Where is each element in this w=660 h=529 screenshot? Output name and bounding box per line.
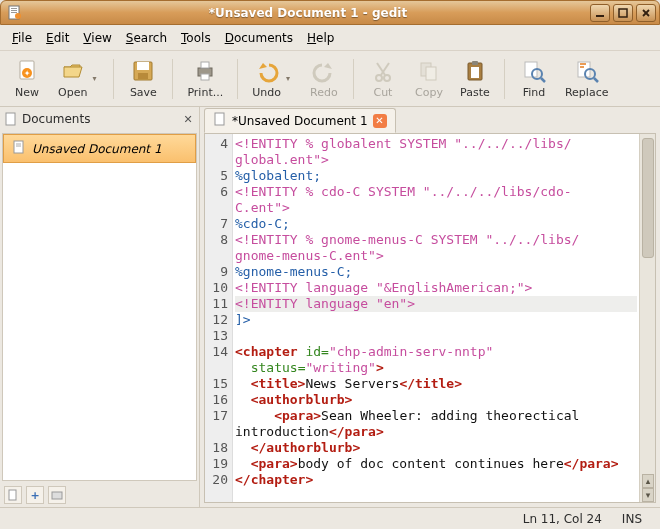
app-icon [7,5,23,21]
svg-line-29 [541,78,545,82]
minimize-button[interactable] [590,4,610,22]
tab-label: *Unsaved Document 1 [232,114,368,128]
cut-icon [370,58,396,84]
save-icon [130,58,156,84]
cut-button: Cut [362,56,404,101]
status-bar: Ln 11, Col 24 INS [0,507,660,529]
scroll-up-arrow-icon[interactable]: ▴ [642,474,654,488]
documents-icon [4,112,18,126]
paste-label: Paste [460,86,490,99]
cut-label: Cut [373,86,392,99]
svg-rect-1 [11,8,17,9]
menu-edit[interactable]: Edit [40,28,75,48]
redo-button: Redo [303,56,345,101]
menu-file[interactable]: File [6,28,38,48]
svg-rect-25 [472,61,478,65]
vertical-scrollbar[interactable]: ▴ ▾ [639,134,655,502]
sidebar-close-button[interactable]: ✕ [181,112,195,126]
print-button[interactable]: Print... [181,56,229,101]
documents-list: Unsaved Document 1 [2,133,197,481]
editor-tab[interactable]: *Unsaved Document 1 ✕ [204,108,396,133]
svg-rect-16 [201,62,209,68]
new-file-icon: ✦ [14,58,40,84]
open-label: Open [58,86,87,99]
svg-rect-38 [52,492,62,499]
document-item-label: Unsaved Document 1 [32,142,162,156]
save-label: Save [130,86,157,99]
replace-label: Replace [565,86,609,99]
save-button[interactable]: Save [122,56,164,101]
undo-dropdown-icon[interactable]: ▾ [283,74,293,83]
svg-rect-33 [6,113,15,125]
line-number-gutter: 4 56 78 91011121314 151617 181920 [205,134,233,502]
svg-rect-34 [14,141,23,153]
menubar: File Edit View Search Tools Documents He… [0,25,660,51]
svg-rect-39 [215,113,224,125]
paste-icon [462,58,488,84]
maximize-button[interactable] [613,4,633,22]
svg-rect-14 [138,73,148,79]
new-button[interactable]: ✦ New [6,56,48,101]
sidebar: Documents ✕ Unsaved Document 1 + [0,107,200,507]
open-dropdown-icon[interactable]: ▾ [89,74,99,83]
folder-open-icon [60,58,86,84]
svg-rect-17 [201,74,209,80]
tab-bar: *Unsaved Document 1 ✕ [200,107,660,133]
toolbar: ✦ New Open ▾ Save Print... Undo ▾ Redo C… [0,51,660,107]
sidebar-doc-button[interactable] [4,486,22,504]
copy-button: Copy [408,56,450,101]
svg-rect-26 [471,67,479,78]
svg-rect-37 [9,490,16,500]
insert-mode: INS [612,512,652,526]
paste-button[interactable]: Paste [454,56,496,101]
copy-icon [416,58,442,84]
sidebar-add-button[interactable]: + [26,486,44,504]
new-label: New [15,86,39,99]
print-icon [192,58,218,84]
code-editor[interactable]: <!ENTITY % globalent SYSTEM "../../../li… [233,134,639,502]
find-icon [521,58,547,84]
svg-rect-13 [137,62,149,70]
replace-icon [574,58,600,84]
copy-label: Copy [415,86,443,99]
window-title: *Unsaved Document 1 - gedit [26,6,590,20]
menu-documents[interactable]: Documents [219,28,299,48]
menu-view[interactable]: View [77,28,117,48]
close-button[interactable] [636,4,656,22]
print-label: Print... [187,86,223,99]
tab-close-button[interactable]: ✕ [373,114,387,128]
svg-rect-23 [426,67,436,80]
svg-point-4 [15,13,21,19]
svg-point-20 [376,75,382,81]
find-label: Find [523,86,546,99]
svg-line-32 [594,78,598,82]
tab-doc-icon [213,112,227,129]
menu-tools[interactable]: Tools [175,28,217,48]
svg-rect-6 [619,9,627,17]
cursor-position: Ln 11, Col 24 [513,512,612,526]
menu-search[interactable]: Search [120,28,173,48]
titlebar: *Unsaved Document 1 - gedit [0,0,660,25]
open-button[interactable]: Open ▾ [52,56,105,101]
undo-icon [254,58,280,84]
document-list-item[interactable]: Unsaved Document 1 [3,134,196,163]
menu-help[interactable]: Help [301,28,340,48]
replace-button[interactable]: Replace [559,56,615,101]
sidebar-disk-button[interactable] [48,486,66,504]
sidebar-title: Documents [22,112,177,126]
undo-label: Undo [252,86,281,99]
redo-label: Redo [310,86,338,99]
redo-icon [311,58,337,84]
find-button[interactable]: Find [513,56,555,101]
svg-point-21 [384,75,390,81]
svg-rect-2 [11,10,17,11]
undo-button[interactable]: Undo ▾ [246,56,299,101]
scrollbar-thumb[interactable] [642,138,654,258]
svg-rect-3 [11,12,17,13]
document-icon [12,140,26,157]
scroll-down-arrow-icon[interactable]: ▾ [642,488,654,502]
svg-rect-5 [596,15,604,17]
svg-text:✦: ✦ [24,69,31,78]
